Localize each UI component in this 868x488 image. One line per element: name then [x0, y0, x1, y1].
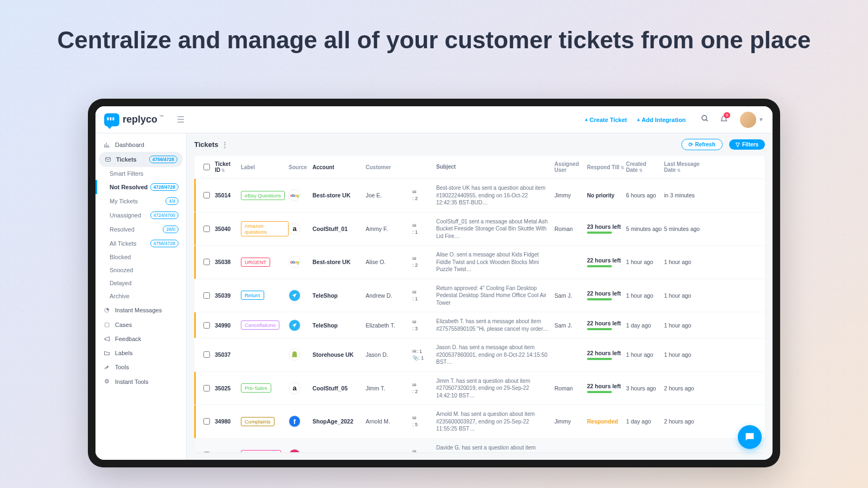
col-account[interactable]: Account [312, 164, 366, 170]
sidebar-labels[interactable]: Labels [95, 346, 186, 360]
tickets-count-badge: 4756/4728 [149, 156, 177, 163]
sidebar-sub-item[interactable]: Unassigned4724/4700 [95, 208, 186, 222]
priority-edge [194, 213, 196, 246]
add-integration-button[interactable]: + Add Integration [637, 117, 686, 123]
svg-line-1 [706, 119, 707, 121]
col-source[interactable]: Source [289, 164, 312, 170]
table-row[interactable]: 35014eBay QuestionsebayBest-store UKJoe … [194, 179, 765, 213]
sidebar-sub-item[interactable]: Smart Filters [95, 167, 186, 180]
user-avatar[interactable] [740, 112, 756, 128]
filters-button[interactable]: ▽ Filters [729, 139, 765, 150]
sidebar-sub-item[interactable]: Archive [95, 290, 186, 303]
brand-name: replyco [123, 114, 157, 125]
col-id[interactable]: Ticket ID⇅ [215, 161, 241, 173]
assigned-user: Jimmy [554, 418, 587, 425]
col-subject[interactable]: Subject [436, 163, 554, 171]
table-row[interactable]: 35025Pre-SalesaCoolStuff_05Jimm T.✉: 2Ji… [194, 372, 765, 406]
table-row[interactable]: 34990CancellationsTeleShopElizabeth T.✉:… [194, 312, 765, 338]
ticket-subject: Alise O. sent a message about Kids Fidge… [436, 251, 554, 273]
table-row[interactable]: 35038URGENTebayBest-store UKAlise O.✉: 2… [194, 246, 765, 279]
sub-label: Unassigned [110, 212, 141, 219]
topbar: replyco ™ ☰ + Create Ticket + Add Integr… [95, 106, 773, 133]
priority-edge [194, 372, 196, 405]
search-icon[interactable] [701, 114, 709, 125]
row-checkbox[interactable] [203, 385, 210, 391]
sidebar-sub-item[interactable]: Blocked [95, 251, 186, 264]
sidebar-tickets[interactable]: Tickets 4756/4728 [99, 152, 183, 167]
count-badge: 4724/4700 [150, 211, 178, 219]
page-title: Tickets ⋮ [194, 140, 228, 149]
last-message-date: 1 hour ago [664, 452, 702, 452]
sidebar-feedback[interactable]: Feedback [95, 332, 186, 346]
row-checkbox[interactable] [203, 418, 210, 425]
col-last[interactable]: Last Message Date⇅ [664, 161, 702, 173]
row-checkbox[interactable] [203, 259, 210, 265]
source-icon [289, 290, 301, 301]
mail-icon: ✉ [412, 382, 417, 388]
row-checkbox[interactable] [203, 192, 210, 198]
last-message-date: 1 hour ago [664, 292, 702, 299]
ticket-subject: Best-store UK has sent a question about … [436, 184, 554, 207]
sidebar-label: Instant Tools [115, 378, 149, 385]
sidebar-sub-item[interactable]: Snoozed [95, 264, 186, 277]
col-customer[interactable]: Customer [366, 164, 412, 170]
chat-fab[interactable] [738, 425, 762, 449]
ticket-id: 35038 [215, 259, 241, 265]
create-ticket-button[interactable]: + Create Ticket [584, 117, 627, 123]
last-message-date: 1 hour ago [664, 322, 702, 329]
hero-title: Centralize and manage all of your custom… [0, 26, 868, 55]
select-all-checkbox[interactable] [203, 164, 210, 170]
sidebar-sub-item[interactable]: My Tickets4/4 [95, 194, 186, 208]
priority-edge [194, 312, 196, 338]
sidebar-cases[interactable]: ▢ Cases [95, 317, 186, 332]
label-tag: eBay Questions [241, 191, 285, 200]
sidebar-instant-messages[interactable]: ◔ Instant Messages [95, 303, 186, 317]
col-respond[interactable]: Respond Till⇅ [587, 164, 626, 170]
notifications-icon[interactable]: 9 [720, 114, 728, 125]
row-checkbox[interactable] [203, 292, 210, 299]
col-label[interactable]: Label [241, 164, 289, 170]
ticket-subject: Arnold M. has sent a question about item… [436, 410, 554, 433]
created-date: 1 hour ago [626, 351, 664, 358]
source-icon [289, 349, 301, 361]
refresh-button[interactable]: ⟳ Refresh [681, 139, 722, 150]
source-icon: a [289, 223, 301, 235]
sub-label: All Tickets [110, 240, 137, 247]
menu-toggle-icon[interactable]: ☰ [177, 114, 184, 125]
col-created[interactable]: Created Date⇅ [626, 161, 664, 173]
message-count: ✉: 5 [412, 415, 436, 427]
source-icon [289, 319, 301, 331]
sidebar-dashboard[interactable]: Dashboard [95, 138, 186, 152]
row-checkbox[interactable] [203, 322, 210, 329]
sidebar-label: Cases [115, 322, 132, 328]
message-count: ✉: 3 [412, 319, 436, 331]
table-row[interactable]: 35040Amazon questionsaCoolStuff_01Ammy F… [194, 213, 765, 246]
filter-icon: ▽ [736, 142, 740, 147]
sub-label: Smart Filters [110, 170, 143, 177]
sidebar-sub-item[interactable]: Resolved28/0 [95, 222, 186, 236]
sidebar-tools[interactable]: Tools [95, 360, 186, 374]
sidebar-instant-tools[interactable]: ⚙ Instant Tools [95, 374, 186, 389]
sidebar-sub-item[interactable]: All Tickets4756/4728 [95, 236, 186, 251]
last-message-date: 1 hour ago [664, 259, 702, 265]
table-row[interactable]: 35019Delivery IssueInstaShop XTDavide G.… [194, 439, 765, 453]
sidebar-sub-item[interactable]: Delayed [95, 277, 186, 290]
ticket-subject: Return approved: 4" Cooling Fan Desktop … [436, 285, 554, 307]
row-checkbox[interactable] [203, 351, 210, 358]
table-row[interactable]: 35039ReturnTeleShopAndrew D.✉: 1Return a… [194, 279, 765, 313]
device-frame: replyco ™ ☰ + Create Ticket + Add Integr… [88, 99, 780, 467]
created-date: 1 day ago [626, 418, 664, 425]
sidebar-sub-item[interactable]: Not Resolved4728/4728 [95, 180, 186, 194]
chevron-down-icon[interactable]: ▼ [758, 117, 764, 123]
row-checkbox[interactable] [203, 452, 210, 452]
table-row[interactable]: 34980ComplaintsfShopAge_2022Arnold M.✉: … [194, 405, 765, 439]
logo[interactable]: replyco ™ [104, 113, 164, 126]
customer-name: Andrew D. [366, 292, 412, 299]
row-checkbox[interactable] [203, 226, 210, 232]
col-user[interactable]: Assigned User [554, 161, 587, 173]
respond-value: 22 hours left [587, 350, 626, 360]
ticket-subject: Elizabeth T. has sent a message about it… [436, 318, 554, 332]
table-row[interactable]: 35037Storehouse UKJason D.✉: 1📎: 1Jason … [194, 338, 765, 372]
ticket-id: 35019 [215, 452, 241, 452]
refresh-icon: ⟳ [688, 142, 693, 147]
